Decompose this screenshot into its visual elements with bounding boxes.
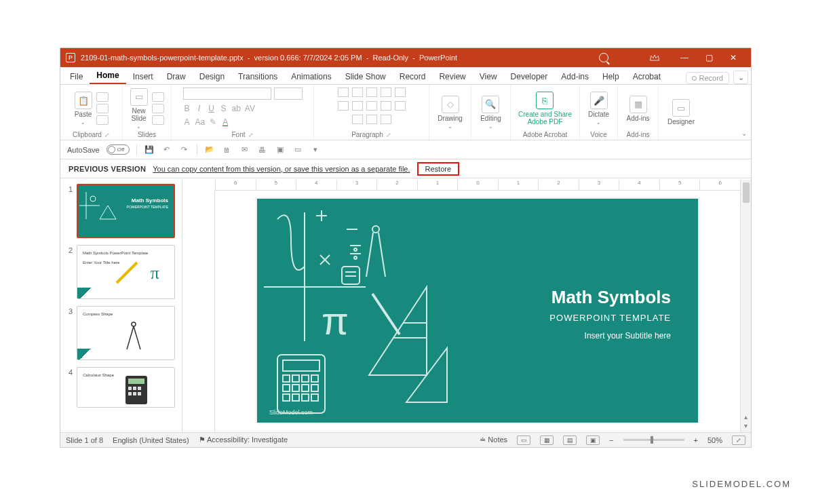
- ribbon-collapse-chevron[interactable]: ⌄: [703, 85, 751, 140]
- bold-button[interactable]: B: [183, 104, 191, 113]
- slideshow-view-button[interactable]: ▣: [586, 435, 600, 445]
- justify-button[interactable]: [381, 101, 391, 111]
- font-color-button[interactable]: A: [221, 117, 229, 127]
- dialog-launcher-icon[interactable]: ⤢: [386, 132, 391, 138]
- tab-add-ins[interactable]: Add-ins: [554, 69, 596, 84]
- align-right-button[interactable]: [366, 101, 377, 111]
- tab-developer[interactable]: Developer: [504, 69, 555, 84]
- language-indicator[interactable]: English (United States): [113, 436, 189, 444]
- slide-editor[interactable]: 6543210123456: [182, 180, 751, 432]
- font-name-combo[interactable]: [183, 88, 271, 100]
- shadow-button[interactable]: ab: [232, 104, 241, 113]
- save-icon[interactable]: 💾: [144, 144, 155, 155]
- italic-button[interactable]: I: [195, 104, 204, 113]
- tab-review[interactable]: Review: [432, 69, 472, 84]
- present-icon[interactable]: ▣: [275, 144, 286, 155]
- text-direction-button[interactable]: [352, 115, 363, 124]
- bullets-button[interactable]: [338, 88, 349, 97]
- layout-button[interactable]: [152, 92, 164, 102]
- font-size-combo[interactable]: [274, 88, 303, 100]
- sorter-view-button[interactable]: ▦: [540, 435, 554, 445]
- accessibility-status[interactable]: ⚑ Accessibility: Investigate: [199, 435, 288, 444]
- clear-format-button[interactable]: A: [183, 117, 191, 127]
- email-icon[interactable]: ✉: [239, 144, 250, 155]
- customize-qat-icon[interactable]: ▾: [310, 144, 321, 155]
- paste-button[interactable]: 📋 Paste⌄: [75, 92, 92, 125]
- format-painter-button[interactable]: [96, 115, 109, 125]
- indent-inc-button[interactable]: [381, 88, 391, 97]
- indent-dec-button[interactable]: [366, 88, 377, 97]
- restore-button[interactable]: Restore: [417, 162, 460, 176]
- touch-mode-icon[interactable]: ▭: [292, 144, 303, 155]
- tab-home[interactable]: Home: [90, 67, 125, 84]
- slide-thumbnail-3[interactable]: Compass Shape: [77, 306, 175, 360]
- search-icon[interactable]: [599, 53, 608, 62]
- minimize-button[interactable]: —: [672, 53, 697, 62]
- collapse-ribbon-button[interactable]: ⌄: [733, 71, 748, 84]
- redo-icon[interactable]: ↷: [179, 144, 190, 155]
- addins-button[interactable]: ▦Add-ins: [627, 96, 650, 122]
- reset-button[interactable]: [152, 104, 164, 113]
- tab-transitions[interactable]: Transitions: [231, 69, 284, 84]
- tab-view[interactable]: View: [473, 69, 504, 84]
- undo-icon[interactable]: ↶: [161, 144, 172, 155]
- tab-record[interactable]: Record: [393, 69, 433, 84]
- slide-subtitle[interactable]: POWERPOINT TEMPLATE: [549, 313, 671, 323]
- new-icon[interactable]: 🗎: [222, 144, 233, 155]
- align-text-button[interactable]: [366, 115, 377, 124]
- numbering-button[interactable]: [352, 88, 363, 97]
- create-share-pdf-button[interactable]: ⎘Create and Share Adobe PDF: [518, 92, 572, 125]
- next-slide-icon[interactable]: ▾: [744, 422, 748, 429]
- slide-canvas[interactable]: π Math Symbols POWERPOINT TEMPLATE Inser…: [257, 199, 698, 423]
- tab-draw[interactable]: Draw: [160, 69, 193, 84]
- tab-design[interactable]: Design: [193, 69, 231, 84]
- cut-button[interactable]: [96, 92, 109, 102]
- line-spacing-button[interactable]: [395, 88, 406, 97]
- open-icon[interactable]: 📂: [204, 144, 215, 155]
- maximize-button[interactable]: ▢: [697, 53, 721, 62]
- align-center-button[interactable]: [352, 101, 363, 111]
- dialog-launcher-icon[interactable]: ⤢: [248, 132, 254, 138]
- normal-view-button[interactable]: ▭: [517, 435, 530, 445]
- slide-thumbnail-2[interactable]: Math Symbols PowerPoint Template Enter Y…: [77, 245, 175, 299]
- slide-thumbnail-1[interactable]: Math Symbols POWERPOINT TEMPLATE: [77, 184, 175, 238]
- previous-version-message[interactable]: You can copy content from this version, …: [153, 165, 410, 173]
- columns-button[interactable]: [395, 101, 406, 111]
- tab-help[interactable]: Help: [596, 69, 626, 84]
- underline-button[interactable]: U: [208, 104, 216, 113]
- drawing-button[interactable]: ◇Drawing⌄: [438, 96, 463, 130]
- highlight-button[interactable]: ✎: [209, 117, 217, 127]
- premium-icon[interactable]: [649, 54, 660, 62]
- notes-button[interactable]: ≐ Notes: [480, 435, 507, 444]
- tab-animations[interactable]: Animations: [284, 69, 338, 84]
- quick-print-icon[interactable]: 🖶: [257, 144, 268, 155]
- smartart-button[interactable]: [381, 115, 391, 124]
- autosave-toggle[interactable]: Off: [106, 144, 130, 155]
- zoom-out-button[interactable]: −: [609, 436, 613, 444]
- editing-button[interactable]: 🔍Editing⌄: [480, 96, 501, 130]
- fit-to-window-button[interactable]: ⤢: [732, 435, 745, 445]
- section-button[interactable]: [152, 115, 164, 125]
- zoom-in-button[interactable]: +: [694, 436, 698, 444]
- reading-view-button[interactable]: ▤: [563, 435, 577, 445]
- tab-file[interactable]: File: [63, 69, 90, 84]
- slide-subtext[interactable]: Insert your Subtitle here: [585, 331, 671, 341]
- close-button[interactable]: ✕: [721, 53, 745, 62]
- char-spacing-button[interactable]: AV: [245, 104, 255, 113]
- tab-acrobat[interactable]: Acrobat: [626, 69, 667, 84]
- slide-thumbnail-panel[interactable]: 1 Math Symbols POWERPOINT TEMPLATE 2 Mat…: [60, 180, 182, 432]
- change-case-button[interactable]: Aa: [195, 117, 206, 127]
- copy-button[interactable]: [96, 104, 109, 113]
- record-button[interactable]: Record: [686, 72, 729, 84]
- strike-button[interactable]: S: [220, 104, 228, 113]
- dialog-launcher-icon[interactable]: ⤢: [104, 132, 110, 138]
- designer-button[interactable]: ▭Designer: [667, 99, 695, 125]
- zoom-level[interactable]: 50%: [708, 436, 722, 444]
- dictate-button[interactable]: 🎤Dictate⌄: [588, 92, 609, 125]
- zoom-slider[interactable]: [623, 439, 684, 441]
- prev-slide-icon[interactable]: ▴: [744, 413, 748, 421]
- align-left-button[interactable]: [338, 101, 349, 111]
- tab-slide-show[interactable]: Slide Show: [338, 69, 393, 84]
- slide-counter[interactable]: Slide 1 of 8: [66, 436, 103, 444]
- slide-title[interactable]: Math Symbols: [551, 287, 671, 308]
